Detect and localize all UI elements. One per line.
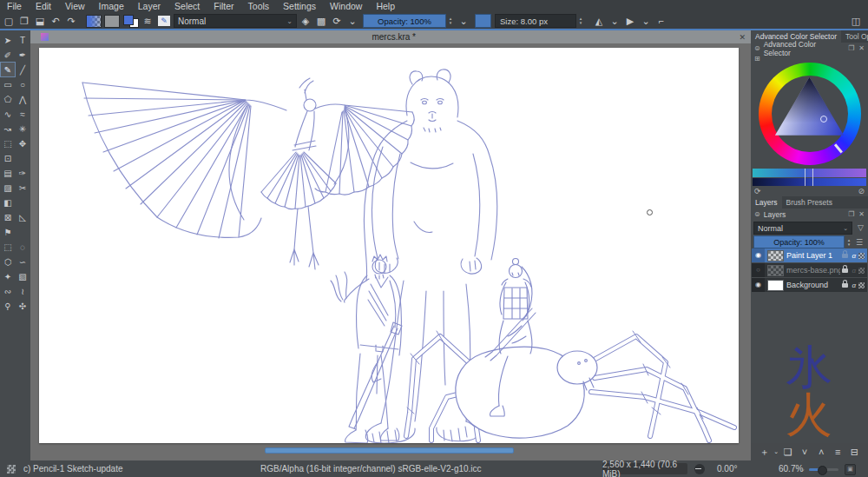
alpha-lock-icon[interactable]: α: [852, 252, 856, 260]
menu-tools[interactable]: Tools: [241, 0, 277, 13]
menu-edit[interactable]: Edit: [29, 0, 58, 13]
document-size-label[interactable]: 2,560 x 1,440 (70.6 MiB): [602, 463, 687, 474]
alpha-lock-icon[interactable]: α: [852, 267, 856, 275]
layer-opacity-spinner[interactable]: ▴▾: [845, 236, 853, 248]
hamburger-menu-icon[interactable]: ☰: [853, 238, 865, 247]
zoom-tool[interactable]: ⚲: [1, 299, 15, 313]
open-document-icon[interactable]: ❐: [17, 16, 31, 27]
visibility-eye-icon[interactable]: ◉: [752, 248, 765, 262]
move-tool[interactable]: ✥: [16, 136, 30, 150]
menu-settings[interactable]: Settings: [276, 0, 323, 13]
layer-row-paint-layer-1[interactable]: ◉ Paint Layer 1 α: [752, 248, 867, 262]
docker-lock-icon[interactable]: ⊜: [754, 44, 760, 52]
ellipse-tool[interactable]: ○: [16, 77, 30, 91]
similar-color-select-tool[interactable]: ▧: [16, 269, 30, 283]
layer-row-mercs-base[interactable]: ○ mercs-base.png α: [752, 263, 867, 277]
float-docker-icon[interactable]: ❐: [848, 210, 854, 218]
menu-layer[interactable]: Layer: [131, 0, 168, 13]
close-icon[interactable]: ✕: [858, 44, 865, 52]
flow-slider[interactable]: [475, 14, 491, 28]
tab-layers[interactable]: Layers: [751, 196, 782, 209]
rotation-dial-icon[interactable]: [694, 464, 705, 474]
tab-brush-presets[interactable]: Brush Presets: [782, 196, 837, 209]
chevron-down-icon[interactable]: ⌄: [457, 16, 470, 27]
eraser-mode-icon[interactable]: ◈: [299, 16, 312, 27]
rect-select-tool[interactable]: ⬚: [1, 240, 15, 254]
chevron-down-icon[interactable]: ⌄: [773, 448, 779, 455]
color-wheel[interactable]: [759, 63, 861, 165]
edit-shapes-tool[interactable]: ✐: [1, 48, 15, 62]
gradient-chooser[interactable]: [86, 15, 102, 28]
calligraphy-tool[interactable]: ✒: [16, 48, 30, 62]
new-document-icon[interactable]: ▢: [2, 16, 16, 27]
enclose-fill-tool[interactable]: ⊠: [1, 210, 15, 224]
close-icon[interactable]: ✕: [739, 33, 746, 42]
filter-funnel-icon[interactable]: ▽: [858, 223, 864, 232]
tab-tool-options[interactable]: Tool Options: [841, 30, 868, 43]
undo-icon[interactable]: ↶: [49, 16, 62, 27]
fg-bg-colors[interactable]: [123, 15, 139, 28]
color-sampler-tool[interactable]: ✑: [16, 166, 30, 180]
mirror-icon[interactable]: ◭: [592, 16, 606, 27]
redo-icon[interactable]: ↷: [64, 16, 78, 27]
line-tool[interactable]: ╱: [16, 63, 30, 76]
pattern-chooser[interactable]: [104, 15, 120, 28]
dynamic-brush-tool[interactable]: ↝: [1, 122, 15, 136]
add-layer-button[interactable]: ＋: [756, 446, 773, 459]
chevron-down-icon[interactable]: ⌄: [345, 16, 359, 27]
polygon-tool[interactable]: ⬠: [1, 92, 15, 106]
shape-select-tool[interactable]: ➤: [1, 33, 15, 47]
pan-tool[interactable]: ✣: [16, 299, 30, 313]
bezier-select-tool[interactable]: ∾: [1, 284, 15, 298]
float-docker-icon[interactable]: ❐: [848, 44, 854, 52]
shade-strip-bottom[interactable]: [753, 178, 866, 186]
workspace-chooser-icon[interactable]: ◫: [849, 16, 863, 27]
menu-window[interactable]: Window: [323, 0, 369, 13]
visibility-eye-icon[interactable]: ◉: [752, 278, 765, 292]
clear-color-history-icon[interactable]: ⊘: [858, 187, 865, 195]
rectangle-tool[interactable]: ▭: [1, 77, 15, 91]
smart-patch-tool[interactable]: ✂: [16, 181, 30, 195]
menu-file[interactable]: File: [0, 0, 29, 13]
delete-layer-button[interactable]: ⊟: [846, 447, 863, 458]
close-icon[interactable]: ✕: [858, 210, 865, 218]
size-spinner[interactable]: ▴▾: [576, 15, 585, 27]
zoom-slider[interactable]: [809, 468, 838, 471]
menu-view[interactable]: View: [58, 0, 92, 13]
pattern-edit-tool[interactable]: ▨: [1, 181, 15, 195]
layer-properties-button[interactable]: ≡: [830, 447, 846, 457]
zoom-slider-knob[interactable]: [818, 466, 827, 475]
layer-opacity-slider[interactable]: Opacity: 100%: [753, 235, 845, 248]
hue-marker[interactable]: [834, 143, 843, 153]
gradient-tool[interactable]: ▤: [1, 166, 15, 180]
shade-selector[interactable]: [753, 169, 866, 186]
inherit-alpha-icon[interactable]: [858, 268, 865, 274]
move-layer-up-button[interactable]: ˄: [813, 447, 830, 457]
refresh-icon[interactable]: ⟳: [754, 187, 761, 195]
horizontal-scrollbar[interactable]: [265, 447, 514, 454]
alpha-lock-icon[interactable]: α: [852, 282, 856, 289]
menu-filter[interactable]: Filter: [207, 0, 240, 13]
brush-editor-icon[interactable]: ✎: [158, 16, 170, 26]
layer-row-background[interactable]: ◉ Background α: [752, 278, 867, 292]
menu-help[interactable]: Help: [369, 0, 402, 13]
layer-blend-mode-combo[interactable]: Normal ⌄ ▽: [753, 222, 852, 235]
color-selector-settings-icon[interactable]: ⊞: [754, 55, 868, 63]
lock-icon[interactable]: [842, 268, 848, 273]
chevron-down-icon[interactable]: ⌄: [639, 16, 653, 27]
bezier-curve-tool[interactable]: ∿: [1, 107, 15, 121]
polyline-tool[interactable]: ⋀: [16, 92, 30, 106]
brush-presets-icon[interactable]: ≋: [141, 16, 155, 27]
multibrush-tool[interactable]: ✳: [16, 122, 30, 136]
shade-strip-top[interactable]: [753, 169, 866, 177]
measure-tool[interactable]: ◺: [16, 210, 30, 224]
preserve-alpha-icon[interactable]: ▩: [314, 16, 328, 27]
canvas[interactable]: [39, 48, 739, 443]
menu-image[interactable]: Image: [92, 0, 131, 13]
snap-icon[interactable]: ⌐: [654, 16, 668, 26]
transform-tool[interactable]: ⬚: [1, 136, 15, 150]
chevron-down-icon[interactable]: ⌄: [800, 466, 806, 473]
chevron-down-icon[interactable]: ⌄: [608, 16, 621, 27]
polygon-select-tool[interactable]: ⬡: [1, 255, 15, 268]
crop-tool[interactable]: ⊡: [1, 151, 15, 165]
